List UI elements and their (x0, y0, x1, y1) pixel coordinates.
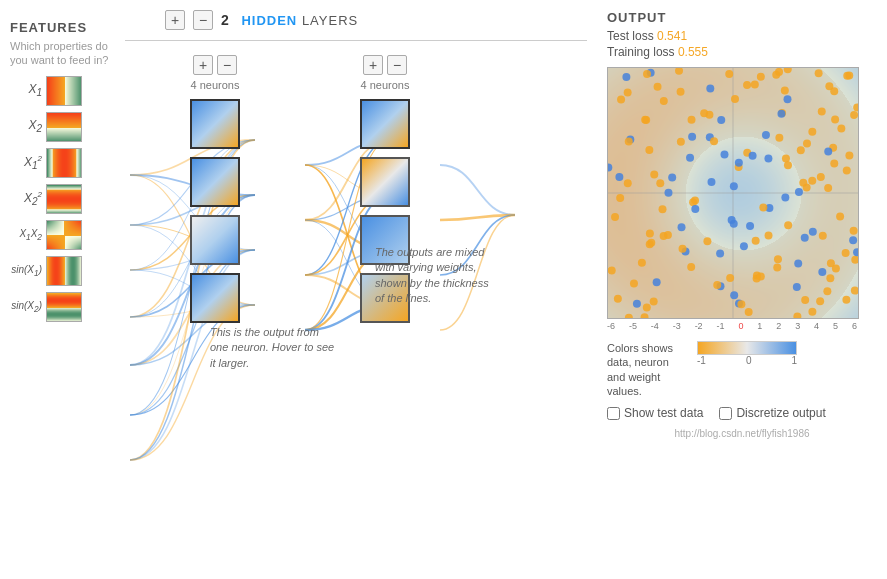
feature-thumb-x2[interactable] (46, 112, 82, 142)
annotation1-text: This is the output from one neuron. Hove… (210, 326, 334, 369)
layer2-neuron-1[interactable] (360, 99, 410, 149)
feature-label-sinx2: sin(X2) (10, 300, 42, 314)
main-container: FEATURES Which properties do you want to… (0, 0, 887, 579)
feature-item-sinx2[interactable]: sin(X2) (10, 292, 115, 322)
annotation-2: The outputs are mixed with varying weigh… (375, 245, 495, 307)
layers-wrapper: + − 4 neurons This is the output from on… (125, 45, 587, 515)
legend-text: Colors shows data, neuron and weight val… (607, 341, 687, 398)
feature-label-x1x2: X1X2 (10, 228, 42, 242)
features-question: Which properties do you want to feed in? (10, 39, 115, 68)
hidden-layers-label: HIDDEN LAYERS (237, 13, 358, 28)
feature-thumb-x2sq[interactable] (46, 184, 82, 214)
footer-text: http://blog.csdn.net/flyfish1986 (607, 428, 877, 439)
feature-item-x1[interactable]: X1 (10, 76, 115, 106)
top-divider (125, 40, 587, 41)
layer1-neuron-count: 4 neurons (191, 79, 240, 91)
layer1-add-neuron[interactable]: + (193, 55, 213, 75)
show-test-data-text: Show test data (624, 406, 703, 420)
layer1-remove-neuron[interactable]: − (217, 55, 237, 75)
feature-label-x1: X1 (10, 82, 42, 98)
layer1-neuron-2[interactable] (190, 157, 240, 207)
training-loss-value: 0.555 (678, 45, 708, 59)
feature-label-x1sq: X12 (10, 154, 42, 171)
test-loss-row: Test loss 0.541 (607, 29, 877, 43)
layer1-neuron-1[interactable] (190, 99, 240, 149)
output-title: OUTPUT (607, 10, 877, 25)
feature-thumb-sinx2[interactable] (46, 292, 82, 322)
feature-thumb-x1x2[interactable] (46, 220, 82, 250)
test-loss-value: 0.541 (657, 29, 687, 43)
feature-item-sinx1[interactable]: sin(X1) (10, 256, 115, 286)
layer2-neuron-count: 4 neurons (361, 79, 410, 91)
feature-thumb-x1[interactable] (46, 76, 82, 106)
feature-label-sinx1: sin(X1) (10, 264, 42, 278)
color-legend-section: Colors shows data, neuron and weight val… (607, 341, 877, 398)
color-max: 1 (791, 355, 797, 366)
color-mid: 0 (746, 355, 752, 366)
color-bar (697, 341, 797, 355)
feature-thumb-x1sq[interactable] (46, 148, 82, 178)
hidden-word: HIDDEN (241, 13, 297, 28)
scatter-plot (607, 67, 859, 319)
layer-1-column: + − 4 neurons (165, 55, 265, 515)
annotation2-text: The outputs are mixed with varying weigh… (375, 246, 489, 304)
checkbox-row: Show test data Discretize output (607, 406, 877, 420)
feature-thumb-sinx1[interactable] (46, 256, 82, 286)
feature-item-x1x2[interactable]: X1X2 (10, 220, 115, 250)
features-title: FEATURES (10, 20, 115, 35)
discretize-output-checkbox[interactable] (719, 407, 732, 420)
layer2-controls: + − (363, 55, 407, 75)
color-bar-labels: -1 0 1 (697, 355, 797, 366)
features-column: FEATURES Which properties do you want to… (10, 10, 115, 569)
show-test-data-label[interactable]: Show test data (607, 406, 703, 420)
layer-count: 2 (221, 12, 229, 28)
feature-item-x2sq[interactable]: X22 (10, 184, 115, 214)
discretize-output-label[interactable]: Discretize output (719, 406, 825, 420)
training-loss-row: Training loss 0.555 (607, 45, 877, 59)
feature-item-x2[interactable]: X2 (10, 112, 115, 142)
add-layer-button[interactable]: + (165, 10, 185, 30)
layer1-neuron-3[interactable] (190, 215, 240, 265)
show-test-data-checkbox[interactable] (607, 407, 620, 420)
output-column: OUTPUT Test loss 0.541 Training loss 0.5… (597, 10, 877, 569)
color-min: -1 (697, 355, 706, 366)
layer1-neuron-4[interactable] (190, 273, 240, 323)
feature-item-x1sq[interactable]: X12 (10, 148, 115, 178)
layer2-neuron-2[interactable] (360, 157, 410, 207)
annotation-1: This is the output from one neuron. Hove… (210, 325, 340, 371)
discretize-output-text: Discretize output (736, 406, 825, 420)
test-loss-label: Test loss (607, 29, 654, 43)
layer2-remove-neuron[interactable]: − (387, 55, 407, 75)
layer1-controls: + − (193, 55, 237, 75)
feature-label-x2sq: X22 (10, 190, 42, 207)
scatter-plot-wrapper: 6 5 4 3 2 1 0 -1 -2 -3 -4 -5 -6 (607, 67, 877, 319)
layer2-add-neuron[interactable]: + (363, 55, 383, 75)
color-bar-section: -1 0 1 (697, 341, 797, 366)
feature-label-x2: X2 (10, 118, 42, 134)
network-top-bar: + − 2 HIDDEN LAYERS (125, 10, 587, 30)
network-area: + − 2 HIDDEN LAYERS + − 4 neurons (115, 10, 597, 569)
remove-layer-button[interactable]: − (193, 10, 213, 30)
x-axis-labels: -6 -5 -4 -3 -2 -1 0 1 2 3 4 5 6 (607, 321, 857, 331)
training-loss-label: Training loss (607, 45, 675, 59)
